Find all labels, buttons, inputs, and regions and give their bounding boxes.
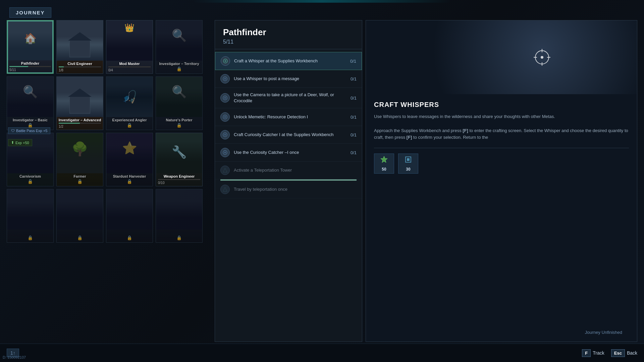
task-teleport-tower[interactable]: Activate a Teleportation Tower bbox=[215, 162, 362, 179]
card-generic-1[interactable]: 🔒 bbox=[7, 189, 54, 243]
bottom-actions: F Track Esc Back bbox=[582, 349, 637, 357]
card-inv-advanced[interactable]: Investigator – Advanced 1/2 bbox=[56, 76, 103, 130]
right-panel: CRAFT WHISPERS Use Whispers to leave mes… bbox=[366, 20, 637, 342]
back-label: Back bbox=[627, 350, 637, 356]
task-icon-7 bbox=[220, 185, 230, 194]
right-panel-desc: Use Whispers to leave messages in the wi… bbox=[374, 113, 629, 141]
card-generic-3[interactable]: 🔒 bbox=[106, 189, 153, 243]
right-panel-title: CRAFT WHISPERS bbox=[374, 101, 629, 109]
reward-currency: 30 bbox=[398, 154, 418, 174]
shield-icon: 🛡 bbox=[11, 129, 15, 133]
task-text-3: Unlock Memetic: Resource Detection I bbox=[234, 114, 346, 120]
card-nature-porter-label: Nature's Porter bbox=[156, 118, 202, 122]
lock-icon-inv-basic: 🔒 bbox=[28, 123, 33, 128]
card-mod-bar bbox=[108, 66, 151, 67]
exp-badge: ⬆ Exp +50 bbox=[8, 139, 32, 146]
detail-panel: Pathfinder 5/11 Craft a Whisper at the S… bbox=[215, 20, 362, 342]
panel-image-bg bbox=[366, 20, 637, 94]
task-camera-picture[interactable]: Use the Camera to take a picture of a De… bbox=[215, 88, 362, 108]
rewards-row: 50 30 bbox=[374, 154, 629, 174]
task-text-7: Travel by teleportation once bbox=[234, 186, 357, 192]
top-decoration bbox=[0, 0, 644, 3]
card-weapon-label: Weapon Engineer bbox=[156, 174, 202, 179]
card-weapon-engineer[interactable]: Weapon Engineer 0/10 bbox=[156, 133, 203, 186]
track-action[interactable]: F Track bbox=[582, 349, 604, 357]
task-craft-whisper[interactable]: Craft a Whisper at the Supplies Workbenc… bbox=[215, 52, 362, 70]
card-inv-advanced-bar bbox=[59, 123, 101, 124]
card-mod-master[interactable]: 👑 Mod Master 0/4 bbox=[106, 20, 153, 74]
card-civil-bar bbox=[59, 66, 101, 67]
svg-marker-6 bbox=[223, 168, 227, 172]
task-text-4: Craft Curiosity Catcher I at the Supplie… bbox=[234, 132, 346, 138]
card-civil-progress: 1/8 bbox=[59, 68, 101, 72]
lock-icon-generic-1: 🔒 bbox=[28, 235, 33, 240]
card-nature-porter[interactable]: Nature's Porter 🔒 bbox=[156, 76, 203, 130]
reward-exp: 50 bbox=[374, 154, 394, 174]
task-text-1: Use a Whisper to post a message bbox=[234, 76, 346, 82]
card-inv-territory-label: Investigator – Territory bbox=[156, 61, 202, 66]
task-count-3: 0/1 bbox=[351, 115, 357, 120]
card-pathfinder-bar bbox=[9, 66, 51, 67]
task-icon-5 bbox=[220, 148, 230, 157]
card-mod-progress: 0/4 bbox=[108, 68, 151, 72]
panel-divider bbox=[374, 148, 629, 148]
card-inv-advanced-progress: 1/2 bbox=[59, 125, 101, 128]
detail-header: Pathfinder 5/11 bbox=[215, 20, 362, 49]
card-pathfinder-progress: 5/11 bbox=[9, 68, 51, 72]
battle-pass-text: Battle Pass Exp +5 bbox=[16, 129, 47, 133]
reward-exp-value: 50 bbox=[382, 167, 386, 172]
task-use-whisper[interactable]: Use a Whisper to post a message 0/1 bbox=[215, 70, 362, 88]
card-generic-2[interactable]: 🔒 bbox=[56, 189, 103, 243]
svg-marker-7 bbox=[223, 187, 227, 191]
task-unlock-memetic[interactable]: Unlock Memetic: Resource Detection I 0/1 bbox=[215, 108, 362, 126]
task-text-5: Use the Curiosity Catcher –I once bbox=[234, 149, 346, 156]
svg-rect-16 bbox=[407, 158, 410, 161]
lock-icon-exp-angler: 🔒 bbox=[127, 123, 132, 128]
card-mod-label: Mod Master bbox=[106, 61, 153, 66]
card-farmer[interactable]: Farmer 🔒 bbox=[56, 133, 103, 186]
card-stardust-harvester[interactable]: Stardust Harvester 🔒 bbox=[106, 133, 153, 186]
exp-text: Exp +50 bbox=[15, 141, 29, 145]
journey-label: JOURNEY bbox=[9, 7, 51, 18]
task-text-2: Use the Camera to take a picture of a De… bbox=[234, 92, 346, 104]
svg-marker-14 bbox=[381, 156, 387, 163]
task-use-curiosity[interactable]: Use the Curiosity Catcher –I once 0/1 bbox=[215, 144, 362, 162]
journey-title: JOURNEY bbox=[16, 10, 45, 15]
card-pathfinder[interactable]: Pathfinder 5/11 bbox=[7, 20, 54, 74]
card-weapon-bar bbox=[158, 179, 200, 180]
lock-icon-generic-2: 🔒 bbox=[77, 235, 83, 240]
lock-icon-farmer: 🔒 bbox=[77, 179, 83, 184]
reward-currency-value: 30 bbox=[406, 167, 410, 172]
card-inv-territory[interactable]: Investigator – Territory 🔒 bbox=[156, 20, 203, 74]
task-icon-4 bbox=[220, 130, 230, 139]
task-text-0: Craft a Whisper at the Supplies Workbenc… bbox=[234, 58, 346, 64]
card-carnivorism-label: Carnivorism bbox=[7, 174, 53, 179]
task-icon-1 bbox=[220, 74, 230, 83]
coordinates: D: 150092107 bbox=[3, 355, 26, 359]
currency-reward-icon bbox=[404, 156, 412, 166]
task-craft-curiosity[interactable]: Craft Curiosity Catcher I at the Supplie… bbox=[215, 126, 362, 144]
svg-point-13 bbox=[541, 56, 543, 58]
esc-key: Esc bbox=[611, 349, 625, 357]
lock-icon-carnivorism: 🔒 bbox=[28, 179, 33, 184]
bottom-bar: 1↑ F Track Esc Back bbox=[0, 344, 644, 362]
right-panel-content: CRAFT WHISPERS Use Whispers to leave mes… bbox=[366, 94, 637, 180]
card-exp-angler[interactable]: Experienced Angler 🔒 bbox=[106, 76, 153, 130]
journey-status: Journey Unfinished bbox=[577, 330, 630, 335]
task-travel-teleport[interactable]: Travel by teleportation once bbox=[215, 181, 362, 198]
track-key: F bbox=[582, 349, 591, 357]
right-panel-image bbox=[366, 20, 637, 94]
card-exp-angler-label: Experienced Angler bbox=[106, 118, 153, 122]
task-text-6: Activate a Teleportation Tower bbox=[234, 167, 357, 173]
target-reticle bbox=[532, 47, 552, 67]
task-count-1: 0/1 bbox=[351, 76, 357, 81]
card-generic-4[interactable]: 🔒 bbox=[156, 189, 203, 243]
card-civil-engineer[interactable]: Civil Engineer 1/8 bbox=[56, 20, 103, 74]
lock-icon-generic-3: 🔒 bbox=[127, 235, 132, 240]
card-weapon-progress: 0/10 bbox=[158, 181, 200, 185]
back-action[interactable]: Esc Back bbox=[611, 349, 637, 357]
track-label: Track bbox=[593, 350, 604, 356]
lock-icon-nature-porter: 🔒 bbox=[176, 123, 182, 128]
card-inv-basic[interactable]: Investigator – Basic 🔒 bbox=[7, 76, 54, 130]
task-icon-3 bbox=[220, 112, 230, 122]
